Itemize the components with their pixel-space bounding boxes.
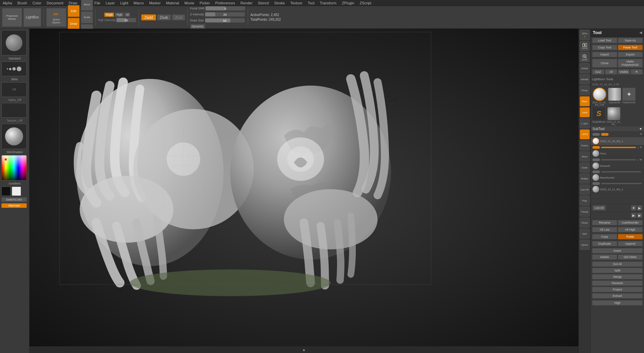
insert-button[interactable]: Insert [592, 248, 643, 253]
auto-reorder-button[interactable]: AutoReorder [618, 220, 643, 225]
zadd-button[interactable]: Zadd [141, 14, 156, 20]
subtool-eye-icon[interactable]: 👁 [640, 133, 642, 136]
frame-button[interactable]: Frame [580, 140, 590, 150]
extra-arrow-2[interactable]: ▶ [637, 213, 642, 218]
alpha-preview[interactable]: Off [1, 82, 27, 97]
tool-item-4[interactable]: S SimpleBrush [592, 107, 606, 125]
alternate-button[interactable]: Alternate [1, 203, 27, 208]
menu-render[interactable]: Render [239, 1, 254, 5]
aahalf-button[interactable]: AAHalf [580, 74, 590, 84]
del-all-button[interactable]: Del All [592, 261, 643, 267]
poly-button[interactable]: Poly [580, 196, 590, 206]
menu-zscript[interactable]: ZScript [358, 1, 373, 5]
menu-layer[interactable]: Layer [104, 1, 116, 5]
transp-button[interactable]: Transp [580, 207, 590, 217]
rgb-button[interactable]: Rgb [115, 12, 124, 17]
solo-button[interactable]: Solo [580, 229, 590, 239]
del-other-button[interactable]: Del Other [618, 254, 643, 260]
menu-stroke[interactable]: Stroke [273, 1, 286, 5]
subtool-toggle-right[interactable] [601, 133, 609, 136]
goz-button[interactable]: GoZ [592, 69, 604, 75]
r-button[interactable]: R [631, 69, 643, 75]
subtool-3-slider[interactable] [601, 171, 641, 172]
actual-button[interactable]: Actual [580, 63, 590, 73]
append-button[interactable]: Append [618, 241, 643, 246]
canvas-area[interactable]: ▲ [29, 29, 578, 353]
subtool-1-slider[interactable] [601, 147, 636, 148]
menu-document[interactable]: Document [45, 1, 65, 5]
menu-stencil[interactable]: Stencil [256, 1, 270, 5]
merge-button[interactable]: Merge [592, 274, 643, 279]
all-low-button[interactable]: All Low [592, 227, 617, 232]
subtool-item-1[interactable]: 2015_12_16_fire_1 [591, 137, 644, 145]
list-arrow-right[interactable]: ▶ [637, 205, 642, 211]
spix-button[interactable]: SPix 3 [580, 30, 590, 40]
subtool-2-slider[interactable] [601, 159, 636, 160]
tool-item-1[interactable]: 2015_12_16_fire_3.48 [592, 88, 607, 106]
list-arrow-down[interactable]: ▼ [631, 205, 636, 211]
subtool-2-eye[interactable]: 👁 [639, 158, 642, 161]
subtool-2-toggle[interactable] [592, 158, 600, 161]
zoom-button[interactable]: Zoom [580, 52, 590, 62]
tool-item-2[interactable]: Cylinder3D [608, 88, 621, 106]
draw-size-slider[interactable]: 64 [205, 18, 245, 23]
scale-button[interactable]: Scale [81, 11, 93, 23]
menu-macro[interactable]: Macro [132, 1, 145, 5]
ghost-button[interactable]: Ghost [580, 218, 590, 228]
local-button[interactable]: Local [580, 107, 590, 117]
rotate-3d-button[interactable]: Rotate [580, 173, 590, 184]
list-all-button[interactable]: List All [592, 205, 606, 211]
subtool-1-toggle[interactable] [592, 146, 600, 149]
move-3d-button[interactable]: Move [580, 151, 590, 161]
z-intensity-slider[interactable]: 25 [205, 12, 245, 17]
scale-3d-button[interactable]: Scale [580, 162, 590, 172]
save-as-button[interactable]: Save As [618, 38, 643, 43]
load-tool-button[interactable]: Load Tool [592, 38, 617, 43]
dot-brush-preview[interactable] [1, 62, 27, 76]
tool-item-5[interactable]: 2015_12_16_fire_ [607, 107, 621, 125]
subtool-section-header[interactable]: SubTool ▼ [591, 126, 644, 132]
lsym-button[interactable]: L.Sym [580, 118, 590, 128]
menu-zplugin[interactable]: ZPlugin [340, 1, 355, 5]
copy-sub-button[interactable]: Copy [592, 234, 617, 239]
m-button[interactable]: M [125, 12, 131, 17]
subtool-3-toggle[interactable] [592, 170, 600, 173]
import-button[interactable]: Import [592, 52, 617, 57]
scroll-button[interactable]: Scroll [580, 41, 590, 51]
quick-sketch-button[interactable]: ✏ Quick Sketch [46, 8, 66, 27]
subtool-1-eye[interactable]: 👁 [639, 146, 642, 149]
subtool-item-4[interactable]: BaseSockel [591, 173, 644, 182]
menu-brush[interactable]: Brush [16, 1, 28, 5]
focal-shift-slider[interactable]: 0 [205, 6, 245, 11]
zsub-button[interactable]: Zsub [157, 14, 171, 20]
menu-picker[interactable]: Picker [198, 1, 211, 5]
subtool-item-2[interactable]: Fire1 [591, 149, 644, 158]
visible-button[interactable]: Visible [618, 69, 630, 75]
project-button[interactable]: Project [592, 287, 643, 292]
lightbox-button[interactable]: LightBox [23, 8, 41, 27]
tool-item-3[interactable]: ✦ PolyMesh3D [622, 88, 636, 106]
draw-button[interactable]: Draw [68, 18, 80, 30]
high-button[interactable]: High [592, 300, 643, 306]
swatch-black[interactable] [1, 187, 11, 196]
switch-color-button[interactable]: SwitchColor [1, 197, 27, 202]
mrgb-button[interactable]: Mrgb [104, 12, 114, 17]
clone-button[interactable]: Clone [592, 59, 617, 68]
persp-button[interactable]: Persp [580, 85, 590, 95]
menu-transform[interactable]: Transform [318, 1, 338, 5]
usefill-button[interactable]: Use Fill [580, 185, 590, 195]
rename-button[interactable]: Rename [592, 220, 617, 225]
rgb-intensity-slider[interactable]: 50 [116, 18, 136, 22]
projection-master-button[interactable]: Projection Master [2, 8, 22, 27]
make-polymesh3d-button[interactable]: Make PolyMesh3D [618, 59, 643, 68]
extract-button[interactable]: Extract [592, 293, 643, 299]
subtool-item-5[interactable]: 2015_12_11_fire_1 [591, 185, 644, 194]
remesh-button[interactable]: Remesh [592, 280, 643, 286]
brush-preview[interactable] [1, 30, 27, 55]
paste-tool-button[interactable]: Paste Tool [618, 45, 643, 50]
menu-marker[interactable]: Marker [148, 1, 162, 5]
subtool-item-3[interactable]: Extract5 [591, 162, 644, 170]
texture-preview[interactable] [1, 103, 27, 118]
duplicate-button[interactable]: Duplicate [592, 241, 617, 246]
zcol-button[interactable]: Zcol [172, 14, 185, 20]
